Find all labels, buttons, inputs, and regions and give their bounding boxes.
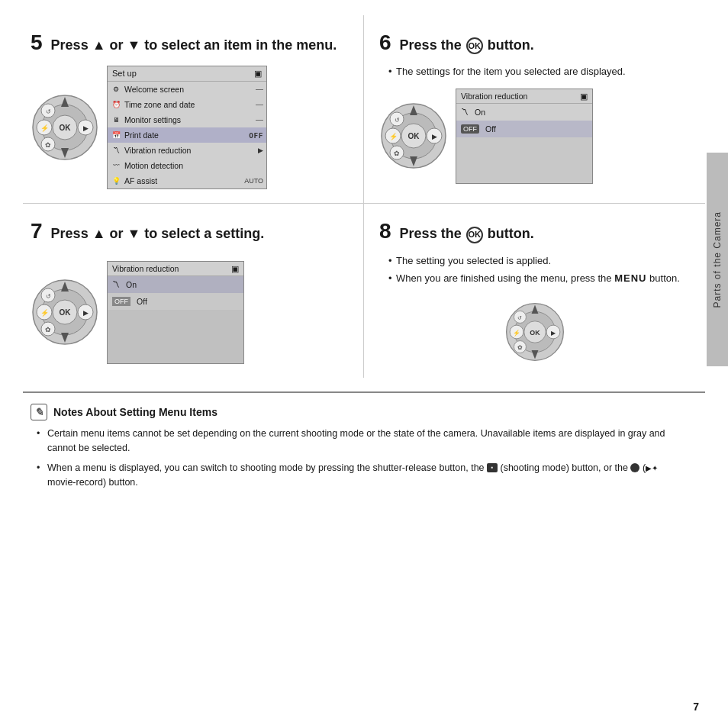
step-8-bullet-0: The setting you selected is applied.: [388, 253, 690, 269]
step-8-number: 8: [379, 219, 391, 243]
step-8-illustration: OK ⚡ ▶ ↺ ✿: [379, 301, 690, 362]
notes-icon: ✎: [31, 404, 47, 420]
svg-text:OK: OK: [60, 308, 72, 317]
step-5-cell: 5 Press ▲ or ▼ to select an item in the …: [23, 15, 364, 204]
svg-text:↺: ↺: [46, 108, 51, 115]
menu-row-0: ⚙ Welcome screen ––: [108, 82, 266, 97]
step-8-title: 8 Press the OK button.: [379, 217, 690, 245]
page-number: 7: [693, 701, 699, 713]
vr-empty-area-6: [456, 137, 592, 183]
svg-text:⚡: ⚡: [513, 328, 520, 336]
camera-dial-8: OK ⚡ ▶ ↺ ✿: [504, 301, 565, 362]
menu-screen-header: Set up ▣: [108, 66, 266, 82]
step-7-cell: 7 Press ▲ or ▼ to select a setting. OK ⚡…: [23, 204, 364, 377]
step-5-number: 5: [31, 31, 43, 54]
step-6-bullet-0: The settings for the item you selected a…: [388, 64, 690, 79]
menu-text: MENU: [614, 272, 646, 284]
svg-text:✿: ✿: [45, 326, 51, 333]
svg-text:⚡: ⚡: [40, 124, 50, 133]
camera-icon-inline: ▪: [487, 463, 498, 472]
svg-text:▶: ▶: [432, 133, 437, 140]
svg-text:↺: ↺: [517, 315, 522, 321]
step-7-illustration: OK ⚡ ▶ ↺ ✿ Vibration reduction: [31, 261, 348, 364]
notes-section: ✎ Notes About Setting Menu Items Certain…: [23, 391, 705, 491]
step-6-cell: 6 Press the OK button. The settings for …: [364, 15, 705, 204]
svg-text:OK: OK: [408, 132, 420, 140]
svg-text:✿: ✿: [45, 141, 51, 149]
steps-grid: 5 Press ▲ or ▼ to select an item in the …: [23, 15, 705, 378]
step-5-title: 5 Press ▲ or ▼ to select an item in the …: [31, 29, 348, 56]
step-6-number: 6: [379, 31, 391, 54]
svg-text:↺: ↺: [46, 293, 51, 300]
vr-screen-header-7: Vibration reduction ▣: [108, 262, 243, 276]
vr-screen-step7: Vibration reduction ▣ 〽 On OFF Off: [107, 261, 244, 364]
menu-row-4: 〽 Vibration reduction ▶: [108, 143, 266, 158]
step-5-illustration: OK ⚡ ▶ ↺ ✿: [31, 66, 348, 189]
sidebar-label: Parts of the Camera: [712, 211, 723, 308]
svg-text:✿: ✿: [394, 150, 400, 157]
page-container: Parts of the Camera 5 Press ▲ or ▼ to se…: [0, 0, 728, 728]
step-7-title: 7 Press ▲ or ▼ to select a setting.: [31, 217, 348, 245]
setup-menu-screen: Set up ▣ ⚙ Welcome screen –– ⏰ Time zone…: [107, 66, 267, 189]
svg-text:↺: ↺: [395, 117, 400, 124]
vr-screen-step6: Vibration reduction ▣ 〽 On OFF Off: [456, 89, 593, 184]
notes-header: ✎ Notes About Setting Menu Items: [31, 404, 676, 420]
notes-bullet-0: Certain menu items cannot be set dependi…: [37, 427, 676, 456]
vr-empty-area-7: [108, 310, 243, 363]
camera-dial-5: OK ⚡ ▶ ↺ ✿: [31, 93, 99, 162]
notes-bullet-1: When a menu is displayed, you can switch…: [37, 461, 676, 491]
svg-text:✿: ✿: [517, 344, 522, 351]
step-6-illustration: OK ⚡ ▶ ↺ ✿ Vibration reduction: [379, 89, 690, 184]
svg-text:▶: ▶: [551, 329, 556, 336]
vr-row-off-7: OFF Off: [108, 293, 243, 310]
notes-title: Notes About Setting Menu Items: [53, 406, 217, 418]
movie-icon-inline: [630, 463, 639, 472]
vr-row-on-6: 〽 On: [456, 104, 592, 121]
menu-row-2: 🖥 Monitor settings ––: [108, 112, 266, 127]
svg-text:▶: ▶: [83, 124, 89, 132]
svg-text:OK: OK: [60, 124, 72, 132]
svg-text:OK: OK: [530, 328, 540, 336]
svg-text:⚡: ⚡: [389, 132, 398, 141]
menu-row-5: 〰 Motion detection: [108, 158, 266, 173]
ok-button-icon-8: OK: [466, 227, 483, 243]
step-6-title: 6 Press the OK button.: [379, 29, 690, 56]
vr-row-on-7: 〽 On: [108, 276, 243, 293]
menu-row-6: 💡 AF assist AUTO: [108, 173, 266, 188]
sidebar-tab: Parts of the Camera: [707, 153, 728, 366]
vr-screen-header-6: Vibration reduction ▣: [456, 89, 592, 104]
svg-text:▶: ▶: [83, 309, 89, 317]
menu-row-3: 📅 Print date OFF: [108, 127, 266, 143]
step-7-number: 7: [31, 219, 43, 243]
step-8-cell: 8 Press the OK button. The setting you s…: [364, 204, 705, 377]
ok-button-icon-6: OK: [466, 37, 483, 54]
camera-dial-6: OK ⚡ ▶ ↺ ✿: [379, 101, 448, 170]
menu-row-1: ⏰ Time zone and date ––: [108, 97, 266, 112]
step-8-bullet-1: When you are finished using the menu, pr…: [388, 271, 690, 286]
vr-row-off-6: OFF Off: [456, 121, 592, 137]
svg-text:⚡: ⚡: [40, 308, 50, 317]
camera-dial-7: OK ⚡ ▶ ↺ ✿: [31, 278, 99, 346]
